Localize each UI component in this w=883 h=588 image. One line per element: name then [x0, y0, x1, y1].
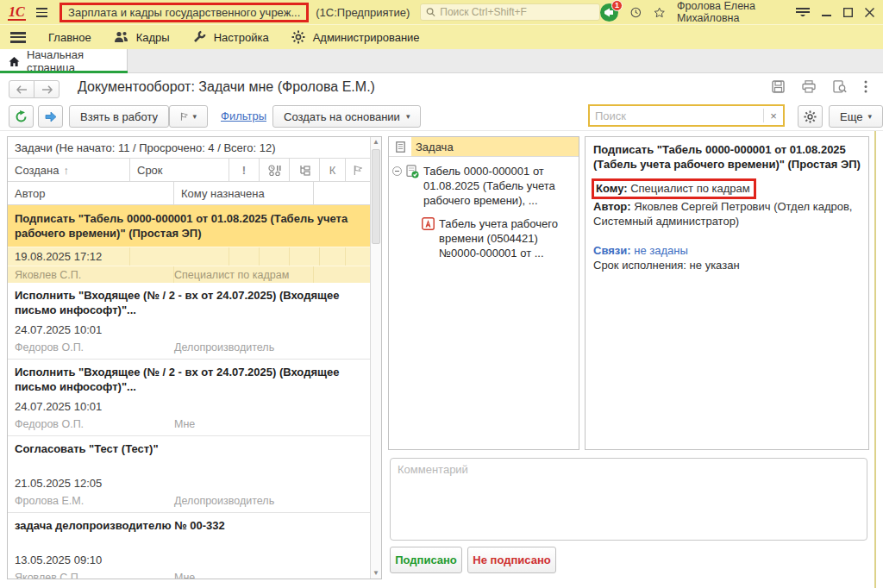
task-created: 21.05.2025 12:05	[8, 476, 130, 491]
menu-label: Администрирование	[313, 31, 420, 44]
task-row[interactable]: Исполнить "Входящее (№ / 2 - вх от 24.07…	[8, 360, 370, 436]
execute-button[interactable]	[38, 105, 63, 128]
take-to-work-button[interactable]: Взять в работу	[69, 105, 169, 128]
flag-icon	[353, 165, 364, 176]
search-icon	[426, 7, 435, 17]
task-title: Исполнить "Входящее (№ / 2 - вх от 24.07…	[8, 288, 370, 319]
task-created-row: 24.07.2025 10:01	[8, 322, 370, 338]
save-icon[interactable]	[772, 80, 785, 93]
minimize-button[interactable]	[822, 6, 831, 18]
task-people-row: Федоров О.П. Мне	[8, 416, 370, 432]
annotation-box: Кому: Специалист по кадрам	[592, 178, 756, 199]
button-label: Еще	[840, 110, 862, 123]
column-execution-state[interactable]	[260, 159, 290, 181]
task-created-row: 21.05.2025 12:05	[8, 476, 370, 491]
sections-menu-icon[interactable]	[10, 32, 26, 43]
notification-badge: 1	[611, 0, 623, 11]
column-assigned[interactable]: Кому назначена	[174, 182, 314, 204]
task-people-row: Яковлев С.П Мне	[8, 570, 370, 579]
list-search-field[interactable]: ×	[588, 104, 785, 127]
column-flag[interactable]	[346, 159, 370, 181]
detail-title: Подписать "Табель 0000-000001 от 01.08.2…	[593, 142, 861, 172]
task-list-panel: Задачи (Не начато: 11 / Просрочено: 4 / …	[7, 136, 382, 579]
task-created: 24.07.2025 10:01	[8, 399, 130, 415]
menu-item-administration[interactable]: Администрирование	[291, 30, 420, 44]
maximize-button[interactable]	[843, 6, 853, 18]
current-user[interactable]: Фролова Елена Михайловна	[677, 0, 784, 24]
task-people-row: Яковлев С.П. Специалист по кадрам	[8, 266, 370, 283]
detail-due-value: не указан	[690, 259, 740, 272]
menu-item-main[interactable]: Главное	[48, 31, 91, 44]
print-icon[interactable]	[802, 80, 816, 93]
task-author: Федоров О.П.	[8, 416, 174, 432]
menu-item-hr[interactable]: Кадры	[114, 31, 170, 44]
settings-gear-button[interactable]	[798, 105, 823, 128]
blue-arrow-icon	[45, 111, 57, 122]
more-dots-icon[interactable]	[864, 80, 867, 93]
main-menu-icon[interactable]	[36, 8, 47, 17]
detail-links[interactable]: Связи: не заданы	[593, 243, 861, 258]
filters-link[interactable]: Фильтры	[221, 109, 266, 122]
list-search-input[interactable]	[590, 109, 763, 122]
global-search-input[interactable]	[440, 6, 594, 18]
detail-to-label: Кому:	[596, 182, 628, 195]
people-icon	[114, 31, 128, 43]
scroll-down-icon[interactable]: ▼	[371, 568, 381, 579]
task-author: Яковлев С.П	[8, 570, 174, 579]
task-assigned: Специалист по кадрам	[174, 266, 314, 283]
history-icon[interactable]	[630, 5, 642, 20]
global-search[interactable]	[420, 3, 600, 21]
document-icon	[396, 141, 405, 153]
section-menubar: Главное Кадры Настройка Администрировани…	[0, 24, 883, 49]
collapse-toggle-icon[interactable]	[392, 166, 402, 176]
hierarchy-icon	[298, 165, 310, 176]
not-signed-button[interactable]: Не подписано	[467, 547, 556, 573]
detail-author: Автор: Яковлев Сергей Петрович (Отдел ка…	[593, 199, 861, 228]
forward-button[interactable]	[34, 80, 59, 98]
refresh-button[interactable]	[9, 105, 34, 128]
comment-input[interactable]	[390, 458, 867, 541]
refresh-icon	[15, 110, 28, 123]
tree-item-pdf-file[interactable]: Табель учета рабочего времени (0504421) …	[389, 208, 579, 260]
annotation-box: Зарплата и кадры государственного учреж.…	[59, 3, 309, 22]
scrollbar-thumb[interactable]	[372, 149, 380, 244]
task-row[interactable]: задача делопроизводителю № 00-332 13.05.…	[8, 513, 370, 579]
column-due[interactable]: Срок	[130, 159, 229, 181]
task-row[interactable]: Согласовать "Тест (Тест)" 21.05.2025 12:…	[8, 436, 370, 513]
preview-icon[interactable]	[833, 80, 847, 93]
subject-tree-panel: Задача Табель 0000-000001 от 01.08.2025 …	[388, 136, 579, 450]
tab-home-page[interactable]: Начальная страница	[0, 49, 128, 73]
task-row[interactable]: Исполнить "Входящее (№ / 2 - вх от 24.07…	[8, 283, 370, 360]
back-button[interactable]	[9, 80, 34, 98]
task-assigned: Делопроизводитель	[174, 493, 314, 509]
service-menu-icon[interactable]	[796, 8, 810, 16]
scroll-up-icon[interactable]: ▲	[371, 137, 381, 147]
menu-item-settings[interactable]: Настройка	[192, 30, 269, 44]
task-list-scrollbar[interactable]: ▲ ▼	[370, 137, 381, 579]
tree-column-header[interactable]: Задача	[411, 137, 579, 156]
task-created-row: 13.05.2025 09:10	[8, 553, 370, 568]
tree-item-document[interactable]: Табель 0000-000001 от 01.08.2025 (Табель…	[389, 157, 579, 208]
app-title: Зарплата и кадры государственного учреж.…	[68, 6, 300, 19]
column-k[interactable]: К	[320, 159, 346, 181]
close-button[interactable]	[865, 6, 874, 18]
more-button[interactable]: Еще ▾	[829, 105, 883, 128]
favorites-star-icon[interactable]	[654, 5, 665, 20]
column-importance[interactable]: !	[229, 159, 260, 181]
flag-dropdown-button[interactable]: ▾	[169, 105, 208, 128]
task-created-row: 24.07.2025 10:01	[8, 399, 370, 415]
pdf-file-icon	[422, 217, 435, 230]
clock-pause-icon	[268, 165, 281, 176]
task-row[interactable]: Подписать "Табель 0000-000001 от 01.08.2…	[8, 205, 370, 283]
notifications-icon[interactable]: 1	[600, 3, 618, 22]
tab-strip: Начальная страница	[0, 49, 883, 73]
column-author[interactable]: Автор	[8, 182, 174, 204]
signed-button[interactable]: Подписано	[390, 547, 462, 573]
flag-icon	[180, 110, 188, 122]
task-people-row: Фролова Е.М. Делопроизводитель	[8, 493, 370, 509]
create-based-on-button[interactable]: Создать на основании ▾	[272, 105, 421, 128]
clear-search-icon[interactable]: ×	[764, 109, 783, 122]
gear-icon	[291, 30, 305, 44]
column-created[interactable]: Создана↑	[8, 159, 130, 181]
column-hierarchy[interactable]	[290, 159, 320, 181]
